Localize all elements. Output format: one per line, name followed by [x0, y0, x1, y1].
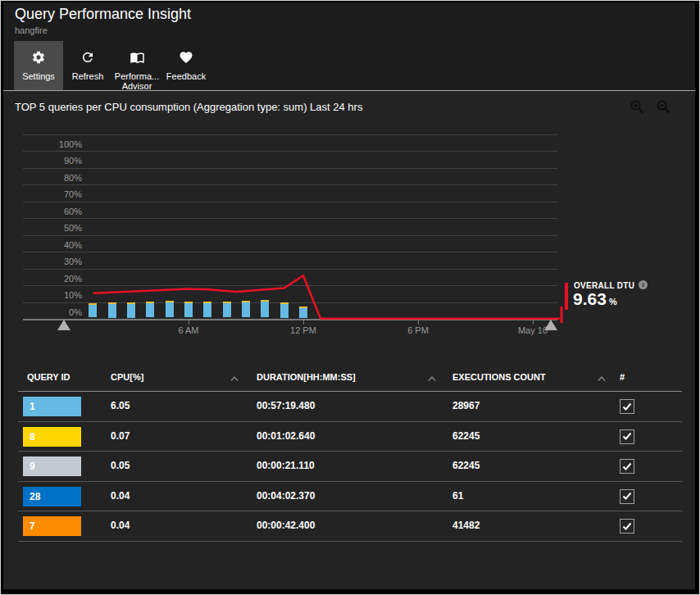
row-checkbox[interactable] [620, 459, 634, 474]
sort-chevron-icon[interactable] [597, 370, 607, 385]
duration-cell: 00:01:02.640 [257, 430, 315, 442]
page-title: Query Performance Insight [15, 6, 191, 23]
duration-cell: 00:00:42.400 [257, 520, 315, 531]
column-header-cpu[interactable]: CPU[%] [111, 372, 143, 382]
legend-color-bar [565, 283, 568, 310]
overall-dtu-value: 9.63% [573, 289, 617, 309]
refresh-label: Refresh [72, 71, 104, 81]
x-axis-tick-label: 6 PM [388, 325, 448, 335]
row-checkbox[interactable] [620, 489, 634, 504]
blade-header: Query Performance Insight hangfire Setti… [0, 0, 700, 91]
x-axis-tick [303, 320, 304, 325]
column-header-executions[interactable]: EXECUTIONS COUNT [452, 372, 546, 382]
feedback-button[interactable]: Feedback [161, 41, 211, 90]
zoom-in-icon [630, 103, 645, 117]
time-range-handle-right[interactable] [544, 320, 557, 330]
query-id-badge[interactable]: 8 [23, 427, 81, 447]
feedback-label: Feedback [166, 71, 206, 81]
settings-label: Settings [22, 71, 55, 81]
query-table: 1 6.05 00:57:19.480 28967 8 0.07 00:01:0… [18, 391, 682, 542]
overall-dtu-legend: OVERALL DTU i 9.63% [565, 281, 671, 314]
performance-advisor-button[interactable]: Performa... Advisor [112, 41, 161, 90]
cpu-cell: 0.05 [111, 460, 130, 471]
refresh-icon [80, 50, 95, 68]
x-axis-tick-label: 12 PM [273, 325, 334, 335]
toolbar: Settings Refresh Performa... Advisor [14, 41, 211, 90]
table-row[interactable]: 1 6.05 00:57:19.480 28967 [18, 392, 682, 422]
query-id-badge[interactable]: 1 [23, 397, 81, 416]
query-id-badge[interactable]: 7 [23, 516, 81, 536]
dtu-line-chart [23, 134, 566, 325]
column-header-query-id: QUERY ID [27, 372, 70, 382]
executions-cell: 41482 [452, 520, 480, 531]
duration-cell: 00:57:19.480 [257, 400, 315, 411]
info-icon[interactable]: i [639, 280, 648, 289]
book-icon [130, 50, 145, 68]
table-row[interactable]: 8 0.07 00:01:02.640 62245 [18, 422, 682, 452]
query-id-badge[interactable]: 28 [23, 487, 81, 506]
table-header: QUERY ID CPU[%] DURATION[HH:MM:SS] EXECU… [18, 365, 682, 391]
table-row[interactable]: 28 0.04 00:04:02.370 61 [18, 482, 682, 512]
zoom-out-button[interactable] [656, 99, 671, 118]
cpu-consumption-chart[interactable]: 100%90%80%70%60%50%40%30%20%10%0%6 AM12 … [23, 134, 557, 322]
column-header-checkbox: # [620, 372, 625, 382]
cpu-cell: 6.05 [111, 400, 130, 411]
heart-icon [179, 50, 193, 68]
x-axis-tick [418, 320, 419, 325]
executions-cell: 61 [452, 490, 463, 502]
sort-chevron-icon[interactable] [427, 370, 437, 385]
sort-chevron-icon[interactable] [230, 370, 239, 385]
zoom-in-button[interactable] [630, 99, 645, 118]
table-row[interactable]: 9 0.05 00:00:21.110 62245 [18, 452, 682, 482]
row-checkbox[interactable] [620, 519, 634, 534]
row-checkbox[interactable] [620, 399, 634, 414]
x-axis-tick [533, 320, 534, 325]
executions-cell: 62245 [452, 430, 480, 442]
executions-cell: 28967 [452, 400, 480, 411]
row-checkbox[interactable] [620, 429, 634, 444]
cpu-cell: 0.07 [111, 430, 130, 442]
duration-cell: 00:04:02.370 [257, 490, 315, 502]
duration-cell: 00:00:21.110 [257, 460, 315, 471]
time-range-handle-left[interactable] [57, 320, 70, 330]
page-subtitle: hangfire [15, 25, 48, 35]
table-row[interactable]: 7 0.04 00:00:42.400 41482 [18, 511, 682, 542]
performance-advisor-label: Performa... Advisor [115, 71, 159, 91]
x-axis-tick [189, 320, 189, 325]
cpu-cell: 0.04 [111, 490, 130, 502]
refresh-button[interactable]: Refresh [63, 41, 112, 90]
query-performance-insight-blade: Query Performance Insight hangfire Setti… [0, 0, 700, 595]
x-axis-tick-label: 6 AM [158, 325, 219, 335]
settings-button[interactable]: Settings [14, 41, 63, 90]
gear-icon [31, 50, 46, 68]
executions-cell: 62245 [452, 460, 480, 471]
cpu-cell: 0.04 [111, 520, 130, 531]
zoom-out-icon [656, 103, 671, 117]
chart-title: TOP 5 queries per CPU consumption (Aggre… [15, 101, 362, 113]
query-id-badge[interactable]: 9 [23, 456, 81, 476]
column-header-duration[interactable]: DURATION[HH:MM:SS] [257, 372, 356, 382]
